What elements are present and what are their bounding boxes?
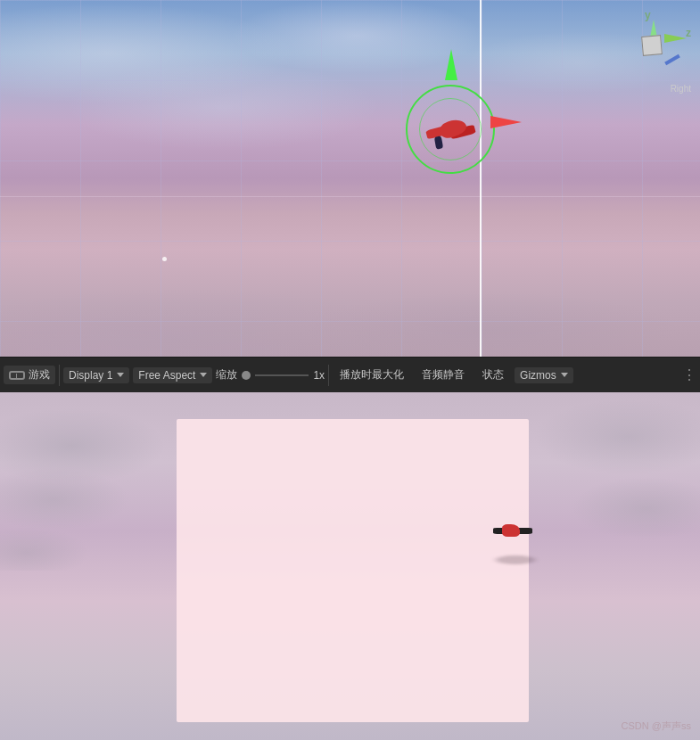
- toolbar-separator-1: [59, 365, 60, 386]
- vr-icon: [9, 371, 25, 380]
- scene-grid: [0, 0, 700, 357]
- maximize-button[interactable]: 播放时最大化: [333, 366, 411, 384]
- toolbar-separator-2: [328, 365, 329, 386]
- display-dropdown-arrow: [117, 373, 124, 377]
- zoom-label: 缩放: [216, 367, 237, 382]
- stats-button[interactable]: 状态: [475, 366, 511, 384]
- scene-vertical-line: [480, 0, 482, 357]
- game-clouds-right: [522, 392, 700, 571]
- game-label: 游戏: [29, 367, 50, 382]
- zoom-control[interactable]: 缩放 1x: [216, 367, 325, 382]
- scene-view: y z Right: [0, 0, 700, 357]
- toolbar-more-button[interactable]: ⋮: [682, 366, 696, 383]
- display-label: Display 1: [69, 369, 112, 382]
- zoom-slider-dot[interactable]: [242, 371, 251, 380]
- watermark-text: CSDN @声声ss: [622, 720, 691, 731]
- aspect-dropdown[interactable]: Free Aspect: [133, 367, 212, 383]
- zoom-slider-track[interactable]: [255, 374, 309, 376]
- game-render-area: [177, 419, 529, 722]
- airplane: [422, 103, 480, 152]
- gizmo-arrow-z: [664, 34, 687, 43]
- gizmo-cube: [641, 35, 663, 56]
- watermark: CSDN @声声ss: [622, 719, 691, 733]
- game-clouds-left: [0, 392, 178, 571]
- scene-gizmo[interactable]: y z Right: [620, 9, 691, 98]
- scene-horizon: [0, 196, 700, 197]
- aspect-label: Free Aspect: [138, 369, 195, 382]
- game-airplane-shadow: [496, 555, 535, 564]
- display-dropdown[interactable]: Display 1: [63, 367, 129, 383]
- game-toolbar: 游戏 Display 1 Free Aspect 缩放 1x 播放时最大化 音频…: [0, 357, 700, 392]
- zoom-value: 1x: [313, 369, 325, 382]
- transform-arrow-right: [490, 116, 522, 128]
- mute-button[interactable]: 音频静音: [415, 366, 472, 384]
- game-plane-body: [502, 524, 520, 537]
- gizmo-arrow-diag: [664, 54, 680, 65]
- game-airplane: [493, 517, 538, 548]
- plane-tail: [434, 136, 443, 149]
- gizmos-dropdown-arrow: [561, 373, 568, 377]
- aspect-dropdown-arrow: [200, 373, 207, 377]
- game-view: CSDN @声声ss: [0, 392, 700, 740]
- plane-body: [438, 116, 468, 140]
- airplane-container[interactable]: [406, 85, 495, 174]
- game-view-tab[interactable]: 游戏: [4, 366, 55, 384]
- gizmo-right-label: Right: [671, 84, 691, 94]
- scene-dot: [162, 257, 167, 261]
- gizmos-dropdown[interactable]: Gizmos: [515, 367, 573, 383]
- gizmos-label: Gizmos: [520, 369, 556, 382]
- transform-arrow-up: [445, 49, 457, 80]
